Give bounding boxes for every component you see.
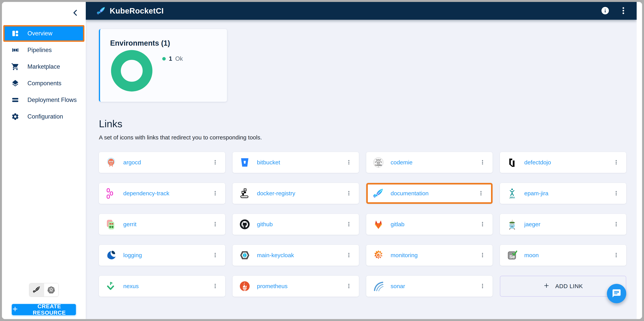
configuration-icon [11,113,19,121]
link-card-menu-button[interactable] [478,250,487,260]
sidebar-item-components[interactable]: Components [2,75,86,92]
link-card-menu-button[interactable] [211,188,220,198]
link-card-prometheus: prometheus [232,276,359,297]
link-card-menu-button[interactable] [478,157,487,167]
plus-icon [12,306,18,314]
link-monitoring[interactable]: monitoring [390,252,418,258]
link-sonar[interactable]: sonar [390,283,405,289]
prometheus-icon [239,280,250,292]
defectdojo-icon [506,157,518,168]
link-card-github: github [232,214,359,235]
link-codemie[interactable]: codemie [390,159,412,166]
sidebar-item-configuration[interactable]: Configuration [2,108,86,125]
pipelines-icon [11,46,19,54]
link-card-moon: Semoon [500,245,626,266]
link-bitbucket[interactable]: bitbucket [257,159,280,166]
sidebar-item-overview[interactable]: Overview [3,25,84,42]
sidebar-item-label: Pipelines [28,47,52,54]
link-card-bitbucket: bitbucket [232,152,359,173]
link-prometheus[interactable]: prometheus [257,283,288,289]
link-moon[interactable]: moon [524,252,539,258]
codemie-icon: CodeMie [373,157,384,168]
sidebar-nav: OverviewPipelinesMarketplaceComponentsDe… [2,25,86,125]
sidebar-item-pipelines[interactable]: Pipelines [2,42,86,58]
scrollbar-track[interactable] [637,2,642,319]
link-card-menu-button[interactable] [612,219,620,229]
sidebar-bottom: CREATE RESOURCE [2,283,86,315]
app-header: KubeRocketCI [86,2,637,20]
sidebar-collapse-button[interactable] [71,9,80,17]
krci-view-toggle-button[interactable] [29,283,44,296]
link-card-menu-button[interactable] [477,188,485,198]
kebab-menu-icon [212,189,218,198]
dependency-track-icon [106,188,117,199]
sidebar-item-marketplace[interactable]: Marketplace [2,58,86,75]
link-card-menu-button[interactable] [211,219,220,229]
kebab-menu-icon [212,158,218,167]
link-dependency-track[interactable]: dependency-track [123,190,169,197]
info-button[interactable] [600,6,610,16]
link-card-epam-jira: JIRAepam-jira [500,183,626,204]
link-github[interactable]: github [257,221,273,228]
link-card-menu-button[interactable] [211,157,220,167]
bitbucket-icon [239,157,250,168]
link-card-menu-button[interactable] [612,188,620,198]
link-nexus[interactable]: nexus [123,283,139,289]
kebab-menu-icon [346,251,352,259]
components-icon [11,79,19,87]
link-card-menu-button[interactable] [344,281,353,291]
ok-count: 1 [169,55,172,62]
link-gerrit[interactable]: gerrit [123,221,136,228]
link-card-menu-button[interactable] [612,157,620,167]
create-resource-label: CREATE RESOURCE [22,303,76,316]
link-jaeger[interactable]: jaeger [524,221,540,228]
plus-icon [543,282,550,290]
sidebar-item-deployment-flows[interactable]: Deployment Flows [2,92,86,108]
link-card-nexus: nexus [99,276,225,297]
link-defectdojo[interactable]: defectdojo [524,159,551,166]
info-icon [601,6,610,16]
link-card-menu-button[interactable] [211,250,220,260]
link-card-menu-button[interactable] [344,250,353,260]
ok-status-dot [162,57,166,61]
link-logging[interactable]: logging [123,252,142,258]
create-resource-button[interactable]: CREATE RESOURCE [12,304,76,315]
link-card-menu-button[interactable] [344,188,353,198]
jaeger-icon [506,219,518,230]
link-card-menu-button[interactable] [344,157,353,167]
kubernetes-icon [47,286,55,294]
link-card-menu-button[interactable] [612,250,620,260]
kebab-menu-icon [346,282,352,290]
kubernetes-view-toggle-button[interactable] [44,283,58,296]
monitoring-icon [373,250,384,261]
link-card-menu-button[interactable] [478,219,487,229]
app-window: OverviewPipelinesMarketplaceComponentsDe… [2,2,642,319]
link-card-menu-button[interactable] [478,281,487,291]
links-title: Links [99,118,626,130]
header-actions [600,6,628,16]
link-card-main-keycloak: main-keycloak [232,245,359,266]
link-main-keycloak[interactable]: main-keycloak [257,252,294,258]
kebab-menu-icon [613,189,619,198]
link-epam-jira[interactable]: epam-jira [524,190,548,197]
link-argocd[interactable]: argocd [123,159,141,166]
kebab-menu-icon [212,282,218,290]
kebab-menu-icon [480,251,486,259]
kebab-menu-icon [613,251,619,259]
link-gitlab[interactable]: gitlab [390,221,404,228]
link-card-menu-button[interactable] [211,281,220,291]
link-documentation[interactable]: documentation [390,190,429,197]
link-docker-registry[interactable]: docker-registry [257,190,295,197]
link-card-gitlab: gitlab [366,214,492,235]
sidebar-item-label: Configuration [28,113,63,120]
github-icon [239,219,250,230]
ok-status-label: Ok [175,55,183,62]
chat-fab-button[interactable] [607,284,626,303]
header-menu-button[interactable] [618,6,628,16]
svg-text:JIRA: JIRA [509,196,515,199]
main-content: Environments (1) 1 Ok Links A set of ico… [86,20,637,319]
kebab-menu-icon [613,158,619,167]
kebab-menu-icon [478,189,484,198]
link-card-jaeger: jaeger [500,214,626,235]
link-card-menu-button[interactable] [344,219,353,229]
